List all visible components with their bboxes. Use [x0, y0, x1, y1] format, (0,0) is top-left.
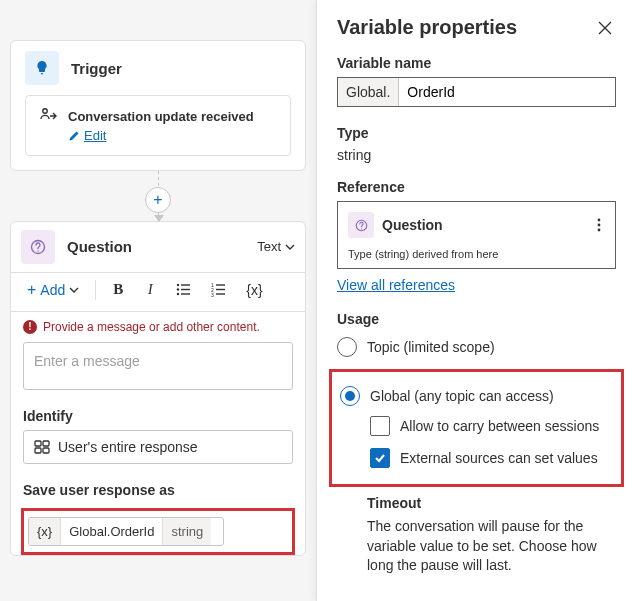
variable-name-input[interactable]: [399, 78, 615, 106]
trigger-event-box: Conversation update received Edit: [25, 95, 291, 156]
chevron-down-icon: [285, 242, 295, 252]
question-icon: [348, 212, 374, 238]
usage-label: Usage: [337, 311, 616, 327]
external-sources-label: External sources can set values: [400, 450, 598, 466]
toolbar-add-button[interactable]: + Add: [21, 277, 85, 303]
toolbar-bullet-list-button[interactable]: [170, 277, 197, 303]
arrowhead-icon: [154, 215, 164, 222]
usage-topic-label: Topic (limited scope): [367, 339, 495, 355]
question-output-type-label: Text: [257, 239, 281, 254]
svg-text:3: 3: [211, 292, 214, 297]
svg-rect-9: [216, 284, 225, 285]
trigger-edit-link[interactable]: Edit: [68, 128, 106, 143]
reference-source-title: Question: [382, 217, 443, 233]
type-value: string: [337, 147, 616, 163]
svg-rect-13: [216, 293, 225, 294]
variable-properties-panel: Variable properties Variable name Global…: [316, 0, 636, 601]
identify-label: Identify: [11, 390, 305, 430]
warning-icon: !: [23, 320, 37, 334]
lightbulb-icon: [25, 51, 59, 85]
saved-variable-pill[interactable]: {x} Global.OrderId string: [28, 517, 224, 546]
reference-box: Question Type (string) derived from here: [337, 201, 616, 269]
save-as-highlight: {x} Global.OrderId string: [21, 508, 295, 555]
variable-braces-icon: {x}: [29, 518, 61, 545]
svg-rect-15: [43, 441, 49, 446]
variable-name-label: Variable name: [337, 55, 616, 71]
timeout-label: Timeout: [367, 495, 616, 511]
warning-text: Provide a message or add other content.: [43, 320, 260, 334]
question-toolbar: + Add B I 123 {x}: [11, 273, 305, 312]
svg-point-2: [177, 284, 179, 286]
svg-point-19: [598, 219, 601, 222]
variable-name-field: Global.: [337, 77, 616, 107]
connector-line: +: [158, 171, 159, 221]
view-all-references-link[interactable]: View all references: [337, 277, 455, 293]
carry-sessions-checkbox[interactable]: Allow to carry between sessions: [340, 410, 613, 442]
reference-derived-text: Type (string) derived from here: [348, 248, 605, 260]
toolbar-numbered-list-button[interactable]: 123: [205, 277, 232, 303]
reference-label: Reference: [337, 179, 616, 195]
add-node-button[interactable]: +: [145, 187, 171, 213]
identify-value: User's entire response: [58, 439, 198, 455]
identify-selector[interactable]: User's entire response: [23, 430, 293, 464]
toolbar-add-label: Add: [40, 282, 65, 298]
saved-variable-name: Global.OrderId: [61, 518, 163, 545]
trigger-title: Trigger: [71, 60, 122, 77]
external-sources-checkbox[interactable]: External sources can set values: [340, 442, 613, 474]
trigger-event-title: Conversation update received: [68, 109, 254, 124]
timeout-description: The conversation will pause for the vari…: [367, 517, 616, 576]
radio-checked-icon: [340, 386, 360, 406]
svg-rect-7: [181, 293, 190, 294]
save-as-label: Save user response as: [11, 464, 305, 504]
question-message-input[interactable]: Enter a message: [23, 342, 293, 390]
usage-global-label: Global (any topic can access): [370, 388, 554, 404]
svg-rect-16: [35, 448, 41, 453]
toolbar-variable-button[interactable]: {x}: [240, 277, 268, 303]
variable-name-prefix: Global.: [338, 78, 399, 106]
type-label: Type: [337, 125, 616, 141]
conversation-update-icon: [38, 106, 58, 126]
svg-point-4: [177, 288, 179, 290]
svg-point-21: [598, 229, 601, 232]
trigger-node: Trigger Conversation update received Edi…: [10, 40, 306, 171]
pencil-icon: [68, 130, 80, 142]
chevron-down-icon: [69, 285, 79, 295]
svg-rect-14: [35, 441, 41, 446]
panel-close-button[interactable]: [594, 17, 616, 39]
question-warning: ! Provide a message or add other content…: [11, 312, 305, 338]
svg-rect-11: [216, 289, 225, 290]
svg-rect-3: [181, 284, 190, 285]
usage-topic-radio[interactable]: Topic (limited scope): [337, 333, 616, 361]
svg-point-6: [177, 293, 179, 295]
saved-variable-type: string: [163, 518, 211, 545]
question-icon: [21, 230, 55, 264]
svg-rect-5: [181, 289, 190, 290]
question-node: Question Text + Add B I 123 {x}: [10, 221, 306, 556]
toolbar-bold-button[interactable]: B: [106, 277, 130, 303]
radio-unchecked-icon: [337, 337, 357, 357]
checkbox-checked-icon: [370, 448, 390, 468]
trigger-edit-label: Edit: [84, 128, 106, 143]
trigger-header: Trigger: [11, 41, 305, 95]
usage-global-radio[interactable]: Global (any topic can access): [340, 382, 613, 410]
toolbar-italic-button[interactable]: I: [138, 277, 162, 303]
identify-type-icon: [34, 439, 50, 455]
svg-point-20: [598, 224, 601, 227]
usage-global-highlight: Global (any topic can access) Allow to c…: [329, 369, 624, 487]
panel-title: Variable properties: [337, 16, 517, 39]
svg-rect-17: [43, 448, 49, 453]
question-title: Question: [67, 238, 132, 255]
canvas-area: Trigger Conversation update received Edi…: [0, 0, 316, 601]
carry-sessions-label: Allow to carry between sessions: [400, 418, 599, 434]
svg-point-0: [43, 109, 47, 113]
close-icon: [598, 21, 612, 35]
question-output-type-dropdown[interactable]: Text: [257, 239, 295, 254]
checkbox-unchecked-icon: [370, 416, 390, 436]
reference-more-button[interactable]: [593, 216, 605, 234]
more-vertical-icon: [597, 218, 601, 232]
